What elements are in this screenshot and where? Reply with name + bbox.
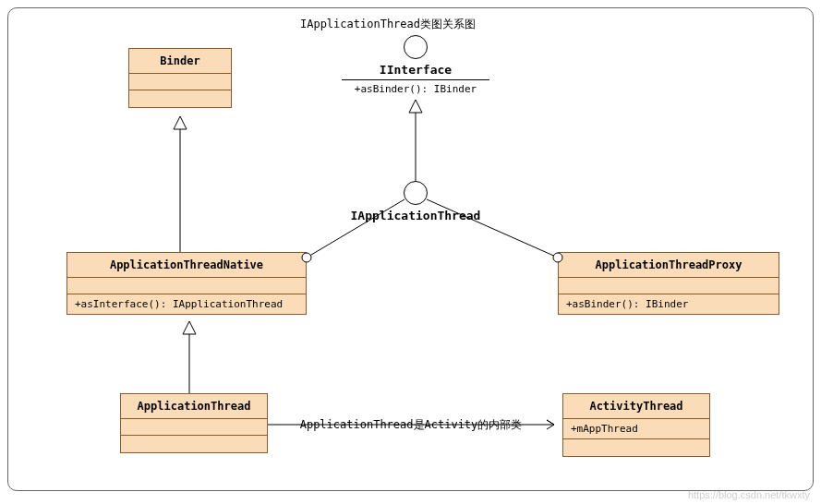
class-application-thread: ApplicationThread <box>120 393 268 453</box>
app-thread-native-name: ApplicationThreadNative <box>67 253 306 278</box>
app-thread-proxy-name: ApplicationThreadProxy <box>559 253 779 278</box>
activity-thread-attr: +mAppThread <box>563 419 709 439</box>
watermark: https://blog.csdn.net/tkwxty <box>688 489 810 500</box>
app-thread-proxy-ops: +asBinder(): IBinder <box>559 294 779 314</box>
application-thread-attrs <box>121 419 267 436</box>
class-binder: Binder <box>128 48 232 108</box>
binder-name: Binder <box>129 49 231 74</box>
class-app-thread-native: ApplicationThreadNative +asInterface(): … <box>66 252 307 315</box>
iapplicationthread-name: IApplicationThread <box>342 209 489 222</box>
iinterface-divider <box>342 79 489 80</box>
application-thread-ops <box>121 436 267 452</box>
iinterface-method: +asBinder(): IBinder <box>342 83 489 95</box>
application-thread-name: ApplicationThread <box>121 394 267 419</box>
binder-attrs <box>129 74 231 90</box>
interface-iapplicationthread: IApplicationThread <box>342 181 489 222</box>
app-thread-native-ops: +asInterface(): IApplicationThread <box>67 294 306 314</box>
iapplicationthread-lollipop-icon <box>404 181 428 205</box>
app-thread-proxy-attrs <box>559 278 779 294</box>
class-app-thread-proxy: ApplicationThreadProxy +asBinder(): IBin… <box>558 252 779 315</box>
diagram-canvas: IApplicationThread类图关系图 IInterface +asBi… <box>0 0 821 504</box>
diagram-title: IApplicationThread类图关系图 <box>277 17 499 32</box>
iinterface-name: IInterface <box>342 63 489 77</box>
binder-ops <box>129 90 231 107</box>
activity-thread-name: ActivityThread <box>563 394 709 419</box>
app-thread-native-attrs <box>67 278 306 294</box>
activity-thread-ops <box>563 439 709 456</box>
relation-label: ApplicationThread是Activity的内部类 <box>286 417 536 433</box>
iinterface-lollipop-icon <box>404 35 428 59</box>
class-activity-thread: ActivityThread +mAppThread <box>562 393 710 457</box>
interface-iinterface: IInterface +asBinder(): IBinder <box>342 35 489 95</box>
